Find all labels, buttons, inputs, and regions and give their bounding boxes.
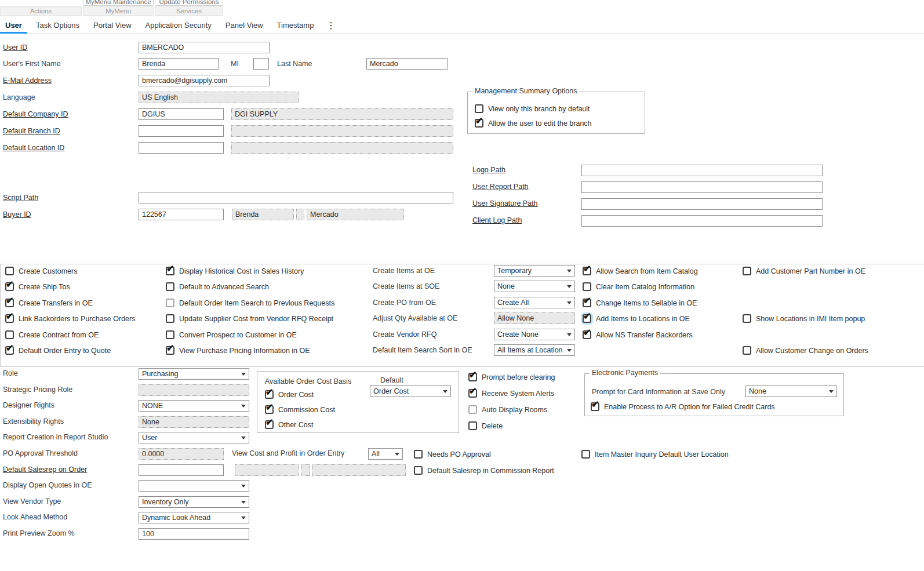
mi-input[interactable]: [253, 58, 269, 70]
dropdown-view-cost-profit[interactable]: All: [368, 448, 403, 460]
ribbon-group-services[interactable]: Services: [155, 6, 223, 16]
chevron-down-icon: [567, 349, 572, 352]
email-input[interactable]: bmercado@dgisupply.com: [139, 75, 270, 86]
checkbox-add-items-locations[interactable]: Add Items to Locations in OE: [583, 314, 690, 323]
dropdown-create-po-from-oe[interactable]: Create All: [494, 297, 575, 308]
label-client-log-path[interactable]: Client Log Path: [472, 216, 522, 225]
checkbox-view-only-branch[interactable]: View only this branch by default: [475, 104, 590, 114]
dropdown-role[interactable]: Purchasing: [139, 368, 249, 380]
buyer-id-input[interactable]: 122567: [139, 209, 224, 220]
buyer-first-name-field: Brenda: [232, 209, 294, 220]
label-default-salesrep-order[interactable]: Default Salesrep on Order: [3, 465, 87, 474]
checkbox-allow-edit-branch[interactable]: Allow the user to edit the branch: [475, 118, 592, 128]
dropdown-report-creation[interactable]: User: [139, 432, 249, 443]
label-user-report-path[interactable]: User Report Path: [472, 183, 529, 191]
tab-user[interactable]: User: [5, 17, 22, 33]
tab-portal-view[interactable]: Portal View: [93, 17, 132, 33]
checkbox-allow-customer-change[interactable]: Allow Customer Change on Orders: [743, 345, 868, 355]
client-log-path-input[interactable]: [581, 215, 823, 227]
label-script-path[interactable]: Script Path: [3, 194, 38, 202]
chevron-down-icon: [443, 390, 448, 393]
dropdown-designer-rights[interactable]: NONE: [139, 400, 249, 412]
buyer-first-name-value: Brenda: [235, 210, 259, 219]
checkbox-icon: [743, 314, 751, 323]
chevron-down-icon: [829, 390, 834, 393]
checkbox-allow-search-item-catalog[interactable]: Allow Search from Item Catalog: [583, 266, 698, 276]
label-buyer-id[interactable]: Buyer ID: [3, 210, 31, 219]
checkbox-other-cost[interactable]: Other Cost: [265, 420, 313, 430]
dropdown-prompt-card-info[interactable]: None: [745, 385, 837, 397]
more-tabs-icon[interactable]: ⋮: [326, 20, 335, 31]
branch-id-input[interactable]: [139, 125, 224, 137]
tab-timestamp[interactable]: Timestamp: [277, 17, 314, 33]
label-default-branch-id[interactable]: Default Branch ID: [3, 127, 60, 136]
checkbox-create-ship-tos[interactable]: Create Ship Tos: [5, 282, 70, 292]
first-name-input[interactable]: Brenda: [139, 58, 219, 70]
company-id-input[interactable]: DGIUS: [139, 108, 224, 120]
ribbon-group-actions[interactable]: Actions: [0, 6, 82, 16]
dropdown-value: Order Cost: [373, 387, 409, 395]
checkbox-show-locations-imi[interactable]: Show Locations in IMI Item popup: [743, 314, 865, 323]
checkbox-icon: [166, 314, 174, 323]
checkbox-create-contract-oe[interactable]: Create Contract from OE: [5, 330, 99, 340]
checkbox-allow-ns-transfer-backorders[interactable]: Allow NS Transfer Backorders: [583, 330, 693, 340]
user-id-input[interactable]: BMERCADO: [139, 42, 270, 53]
logo-path-input[interactable]: [581, 165, 823, 176]
label-email[interactable]: E-Mail Address: [3, 77, 52, 85]
label-user-signature-path[interactable]: User Signature Path: [472, 199, 538, 208]
script-path-input[interactable]: [139, 192, 453, 203]
ribbon-button-update-permissions[interactable]: Update Permissions: [155, 0, 223, 6]
checkbox-default-oe-quote[interactable]: Default Order Entry to Quote: [5, 345, 111, 355]
checkbox-update-supplier-cost[interactable]: Update Supplier Cost from Vendor RFQ Rec…: [166, 314, 333, 323]
dropdown-create-items-oe[interactable]: Temporary: [494, 265, 575, 277]
label-default-location-id[interactable]: Default Location ID: [3, 144, 64, 152]
checkbox-clear-item-catalog[interactable]: Clear Item Catalog Information: [583, 282, 694, 292]
ribbon-group-mymenu[interactable]: MyMenu: [83, 6, 154, 16]
checkbox-enable-ar-failed-cards[interactable]: Enable Process to A/R Option for Failed …: [591, 402, 775, 412]
checkbox-default-advanced-search[interactable]: Default to Advanced Search: [166, 282, 269, 292]
label-default-company-id[interactable]: Default Company ID: [3, 110, 68, 119]
tab-panel-view[interactable]: Panel View: [225, 17, 263, 33]
dropdown-default-cost-basis[interactable]: Order Cost: [370, 385, 451, 397]
checkbox-default-item-search-previous[interactable]: Default Order Item Search to Previous Re…: [166, 298, 334, 308]
checkbox-commission-cost[interactable]: Commission Cost: [265, 405, 335, 414]
location-id-input[interactable]: [139, 142, 224, 154]
checkbox-prompt-before-clearing[interactable]: Prompt before clearing: [468, 372, 555, 382]
checkbox-view-purchase-pricing[interactable]: View Purchase Pricing Information in OE: [166, 345, 310, 355]
label-logo-path[interactable]: Logo Path: [472, 166, 505, 174]
dropdown-view-vendor-type[interactable]: Inventory Only: [139, 496, 249, 508]
checkbox-delete[interactable]: Delete: [468, 421, 503, 431]
label-user-id[interactable]: User ID: [3, 43, 27, 52]
checkbox-label: Prompt before clearing: [482, 373, 555, 381]
print-preview-zoom-input[interactable]: 100: [139, 528, 249, 540]
checkbox-create-customers[interactable]: Create Customers: [5, 266, 77, 276]
tab-application-security[interactable]: Application Security: [145, 17, 212, 33]
checkbox-icon: [468, 389, 477, 398]
user-signature-path-input[interactable]: [581, 198, 823, 210]
checkbox-display-historical-cost[interactable]: Display Historical Cost in Sales History: [166, 266, 304, 276]
dropdown-create-vendor-rfq[interactable]: Create None: [494, 329, 575, 340]
checkbox-order-cost[interactable]: Order Cost: [265, 390, 314, 399]
checkbox-link-backorders[interactable]: Link Backorders to Purchase Orders: [5, 314, 135, 323]
dropdown-create-items-soe[interactable]: None: [494, 281, 575, 292]
checkbox-receive-system-alerts[interactable]: Receive System Alerts: [468, 388, 554, 398]
label-prompt-card-info: Prompt for Card Information at Save Only: [592, 388, 725, 397]
tab-task-options[interactable]: Task Options: [36, 17, 79, 33]
user-report-path-input[interactable]: [581, 181, 823, 193]
checkbox-create-transfers-oe[interactable]: Create Transfers in OE: [5, 298, 93, 308]
checkbox-needs-po-approval[interactable]: Needs PO Approval: [414, 449, 491, 459]
checkbox-auto-display-rooms[interactable]: Auto Display Rooms: [468, 405, 547, 414]
checkbox-default-salesrep-commission[interactable]: Default Salesrep in Commission Report: [414, 465, 554, 475]
dropdown-look-ahead-method[interactable]: Dynamic Look Ahead: [139, 512, 249, 523]
dropdown-default-item-search-sort[interactable]: All Items at Location: [494, 344, 575, 356]
ribbon-button-mymenu-maintenance[interactable]: MyMenu Maintenance: [83, 0, 154, 6]
default-salesrep-input[interactable]: [139, 464, 224, 476]
checkbox-change-items-sellable[interactable]: Change Items to Sellable in OE: [583, 298, 697, 308]
dropdown-display-open-quotes[interactable]: [139, 480, 249, 492]
last-name-input[interactable]: Mercado: [366, 58, 448, 70]
checkbox-convert-prospect[interactable]: Convert Prospect to Customer in OE: [166, 330, 297, 340]
checkbox-label: Allow Customer Change on Orders: [756, 347, 868, 355]
electronic-payments-title: Electronic Payments: [590, 369, 660, 377]
checkbox-add-customer-part-number[interactable]: Add Customer Part Number in OE: [743, 266, 865, 276]
checkbox-item-master-default-location[interactable]: Item Master Inquiry Default User Locatio…: [581, 449, 729, 459]
